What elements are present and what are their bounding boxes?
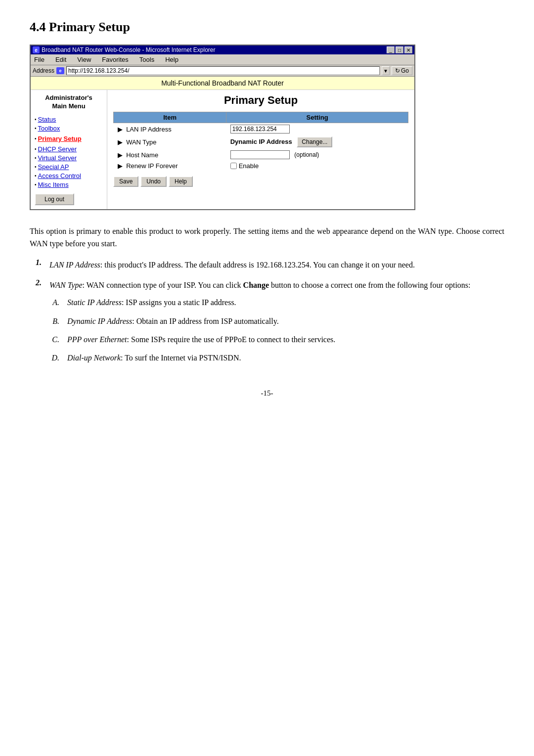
renew-ip-label: Renew IP Forever [126,162,178,170]
right-panel: Primary Setup Item Setting ▶ LAN IP Addr… [107,90,414,209]
help-button[interactable]: Help [169,176,193,187]
sub-item-a: A. Static IP Address: ISP assigns you a … [49,296,504,309]
save-button[interactable]: Save [113,176,138,187]
sub-letter-b: B. [49,314,59,328]
sidebar-item-toolbox[interactable]: • Toolbox [35,125,103,132]
dynamic-ip-term: Dynamic IP Address [67,317,132,325]
browser-window: e Broadband NAT Router Web-Console - Mic… [30,44,415,210]
table-row: ▶ LAN IP Address [114,123,408,135]
sidebar-item-misc-items[interactable]: • Misc Items [35,181,103,188]
sidebar-link-special-ap[interactable]: Special AP [38,163,69,171]
list-item-1: 1. LAN IP Address: this product's IP add… [30,258,504,271]
sub-letter-d: D. [49,351,59,364]
address-label: Address [33,67,54,74]
lan-ip-item: ▶ LAN IP Address [114,123,226,135]
go-button[interactable]: ↻ Go [392,66,412,75]
sub-item-d: D. Dial-up Network: To surf the Internet… [49,351,504,364]
go-arrow-icon: ↻ [395,67,400,74]
dialup-desc: : To surf the Internet via PSTN/ISDN. [121,354,241,362]
host-name-input[interactable] [230,150,290,159]
arrow-icon: ▶ [118,126,123,133]
undo-button[interactable]: Undo [140,176,167,187]
sub-list: A. Static IP Address: ISP assigns you a … [49,296,504,364]
dialup-term: Dial-up Network [67,354,121,362]
menu-file[interactable]: File [33,55,46,64]
sidebar-item-primary-setup[interactable]: • Primary Setup [35,135,103,142]
wan-type-setting: Dynamic IP Address Change... [226,135,408,149]
host-name-setting: (optional) [226,149,408,161]
sidebar-title: Administrator's Main Menu [35,94,103,111]
arrow-icon: ▶ [118,162,123,170]
sidebar-link-access-control[interactable]: Access Control [38,172,81,179]
list-content-1: LAN IP Address: this product's IP addres… [49,258,504,271]
sidebar-link-toolbox[interactable]: Toolbox [38,125,60,132]
enable-row: Enable [230,162,404,170]
col-item-header: Item [114,112,226,123]
static-ip-desc: : ISP assigns you a static IP address. [122,298,236,307]
col-setting-header: Setting [226,112,408,123]
sidebar-link-primary-setup[interactable]: Primary Setup [38,135,82,142]
sidebar-link-misc-items[interactable]: Misc Items [38,181,69,188]
menu-bar: File Edit View Favorites Tools Help [31,54,414,65]
wan-type-item: ▶ WAN Type [114,135,226,149]
arrow-icon: ▶ [118,138,123,146]
table-row: ▶ WAN Type Dynamic IP Address Change... [114,135,408,149]
maximize-button[interactable]: □ [396,46,403,53]
enable-checkbox[interactable] [230,163,237,169]
menu-favorites[interactable]: Favorites [100,55,130,64]
intro-text: This option is primary to enable this pr… [30,225,504,250]
sidebar-link-status[interactable]: Status [38,116,56,123]
wan-type-desc2: button to choose a correct one from the … [269,281,470,289]
minimize-button[interactable]: _ [387,46,395,53]
pppoe-term: PPP over Ethernet [67,335,127,344]
menu-view[interactable]: View [76,55,92,64]
menu-edit[interactable]: Edit [54,55,68,64]
sidebar-item-virtual-server[interactable]: • Virtual Server [35,154,103,162]
sidebar-item-access-control[interactable]: • Access Control [35,172,103,179]
sub-letter-c: C. [49,333,59,346]
sub-item-b: B. Dynamic IP Address: Obtain an IP addr… [49,314,504,328]
sidebar-title-line2: Main Menu [52,102,85,110]
address-input[interactable] [66,66,380,75]
sidebar-link-virtual-server[interactable]: Virtual Server [38,154,77,162]
change-button[interactable]: Change... [297,136,332,147]
main-content: Administrator's Main Menu • Status • Too… [31,90,414,209]
address-page-icon: e [56,67,64,74]
enable-label: Enable [239,162,259,170]
optional-label: (optional) [294,151,319,158]
sub-content-d: Dial-up Network: To surf the Internet vi… [67,351,504,364]
sidebar-item-status[interactable]: • Status [35,116,103,123]
list-number-1: 1. [30,258,42,271]
arrow-icon: ▶ [118,151,123,159]
lan-ip-setting [226,123,408,135]
bullet-icon: • [35,117,37,122]
sidebar-item-special-ap[interactable]: • Special AP [35,163,103,171]
main-list: 1. LAN IP Address: this product's IP add… [30,258,504,369]
lan-ip-input[interactable] [230,125,290,133]
title-bar-left: e Broadband NAT Router Web-Console - Mic… [33,46,216,53]
page-number: -15- [30,389,504,398]
address-dropdown[interactable]: ▼ [382,66,390,75]
sidebar-item-dhcp-server[interactable]: • DHCP Server [35,145,103,153]
title-bar: e Broadband NAT Router Web-Console - Mic… [31,45,414,54]
change-bold: Change [243,281,269,289]
static-ip-term: Static IP Address [67,298,122,307]
close-button[interactable]: ✕ [404,46,412,53]
lan-ip-term: LAN IP Address [49,261,100,269]
host-name-label: Host Name [126,151,158,159]
bullet-icon: • [35,146,37,152]
sub-content-c: PPP over Ethernet: Some ISPs require the… [67,333,504,346]
sub-letter-a: A. [49,296,59,309]
menu-tools[interactable]: Tools [138,55,156,64]
bullet-icon: • [35,155,37,161]
title-bar-controls[interactable]: _ □ ✕ [387,46,412,53]
pppoe-desc: : Some ISPs require the use of PPPoE to … [127,335,336,344]
sidebar-link-dhcp-server[interactable]: DHCP Server [38,145,77,153]
table-row: ▶ Host Name (optional) [114,149,408,161]
bullet-icon: • [35,182,37,187]
banner: Multi-Functional Broadband NAT Router [31,77,414,90]
logout-button[interactable]: Log out [35,193,74,205]
action-row: Save Undo Help [113,176,408,187]
section-title: 4.4 Primary Setup [30,20,504,35]
menu-help[interactable]: Help [164,55,180,64]
